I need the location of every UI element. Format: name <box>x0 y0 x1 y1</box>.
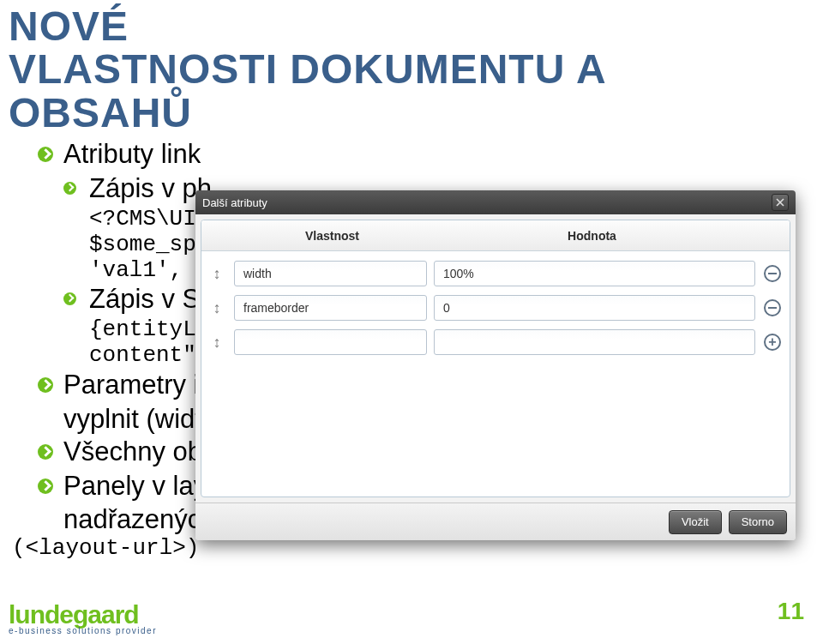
slide: NOVÉ VLASTNOSTI DOKUMENTU A OBSAHŮ Atrib… <box>0 0 823 644</box>
dialog-buttons: Vložit Storno <box>195 503 796 540</box>
brand-name: lundegaard <box>9 600 157 629</box>
dialog-title: Další atributy <box>202 196 267 209</box>
dialog-attributes: Další atributy Vlastnost Hodnota ↕ <box>195 190 796 540</box>
close-button[interactable] <box>772 194 789 211</box>
attribute-rows: ↕ ↕ ↕ <box>201 251 790 364</box>
bullet-text: Atributy link <box>63 139 201 169</box>
bullet-attributes: Atributy link <box>38 138 823 171</box>
add-row-button[interactable] <box>762 332 783 352</box>
column-header-key: Vlastnost <box>236 229 429 243</box>
drag-handle-icon[interactable]: ↕ <box>207 334 227 352</box>
bullet-text: Zápis v ph <box>89 173 212 203</box>
brand-text: lundegaard <box>9 600 139 629</box>
remove-row-button[interactable] <box>762 298 783 318</box>
attribute-value-input[interactable] <box>434 329 755 355</box>
bullet-text: Všechny obs <box>63 436 216 466</box>
attribute-value-input[interactable] <box>434 295 755 321</box>
dialog-titlebar[interactable]: Další atributy <box>195 190 796 214</box>
attribute-key-input[interactable] <box>234 329 427 355</box>
drag-handle-icon[interactable]: ↕ <box>207 265 227 283</box>
continuation-text: vyplnit (widt <box>63 404 202 434</box>
drag-handle-icon[interactable]: ↕ <box>207 299 227 317</box>
submit-button[interactable]: Vložit <box>669 510 722 534</box>
attribute-key-input[interactable] <box>234 295 427 321</box>
column-header-value: Hodnota <box>429 229 755 243</box>
attribute-key-input[interactable] <box>234 261 427 286</box>
attribute-row: ↕ <box>207 256 783 291</box>
attributes-panel: Vlastnost Hodnota ↕ ↕ <box>201 220 790 497</box>
remove-row-button[interactable] <box>762 263 783 284</box>
continuation-text: nadřazených <box>63 504 216 534</box>
bullet-text: Parametry if <box>63 370 207 400</box>
attribute-value-input[interactable] <box>434 261 755 286</box>
code-line: (<layout-url>) <box>12 535 199 561</box>
title-line-2: VLASTNOSTI DOKUMENTU A <box>9 48 814 91</box>
code-line: 'val1', <box>89 257 183 283</box>
code-line: content" <box>89 342 196 368</box>
close-icon <box>776 198 784 207</box>
attribute-row: ↕ <box>207 291 783 325</box>
cancel-button[interactable]: Storno <box>729 510 787 534</box>
brand-tagline: e-business solutions provider <box>9 626 157 635</box>
title-line-3: OBSAHŮ <box>9 92 814 135</box>
column-headers: Vlastnost Hodnota <box>201 220 790 251</box>
code-line: {entityL <box>89 316 196 342</box>
dialog-body: Vlastnost Hodnota ↕ ↕ <box>195 214 796 503</box>
code-line: <?CMS\UI <box>89 206 196 232</box>
page-number: 11 <box>778 598 804 625</box>
title-line-1: NOVÉ <box>9 5 814 48</box>
code-line: $some_sp <box>89 232 196 257</box>
brand-logo: lundegaard e-business solutions provider <box>9 600 157 635</box>
slide-title: NOVÉ VLASTNOSTI DOKUMENTU A OBSAHŮ <box>0 0 823 135</box>
attribute-row: ↕ <box>207 325 783 359</box>
